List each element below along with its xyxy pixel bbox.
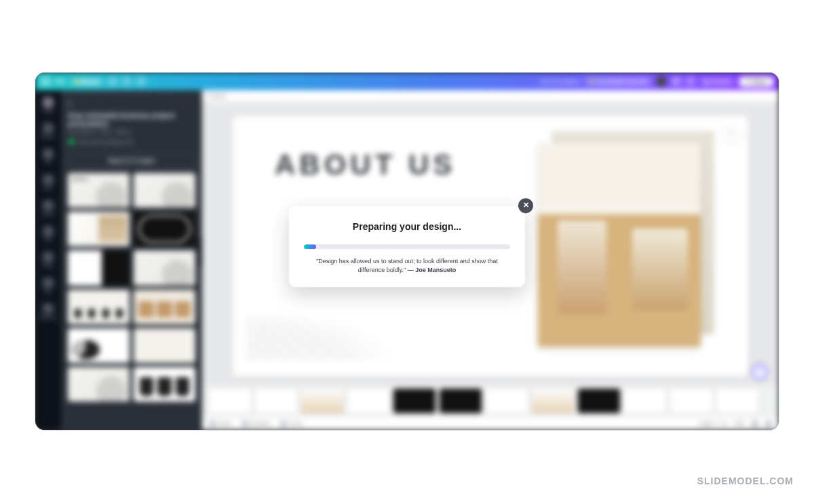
timer-label: Timer <box>289 421 303 427</box>
rail-design[interactable]: Design <box>39 97 57 113</box>
apps-icon <box>43 277 54 288</box>
modal-quote: "Design has allowed us to stand out; to … <box>304 257 510 275</box>
menu-file[interactable]: File <box>55 78 66 85</box>
cloud-sync-icon <box>136 77 146 86</box>
close-button[interactable]: ✕ <box>518 198 533 213</box>
redo-icon[interactable] <box>122 77 132 86</box>
rail-label: Draw <box>44 238 52 242</box>
like-button[interactable]: ♡ <box>722 124 740 142</box>
rail-label: Background <box>39 315 58 319</box>
modal-title: Preparing your design... <box>304 221 510 232</box>
back-arrow-icon[interactable]: ‹ <box>68 97 77 106</box>
grid-view-icon[interactable] <box>752 421 758 427</box>
design-icon <box>43 97 54 108</box>
context-toolbar: Position <box>202 90 779 102</box>
projects-icon <box>43 252 54 263</box>
template-page-thumb[interactable] <box>134 212 195 246</box>
rail-elements[interactable]: Elements <box>39 123 57 139</box>
position-button[interactable]: Position <box>208 93 227 99</box>
template-page-thumb[interactable] <box>68 328 130 363</box>
page-thumb[interactable] <box>624 389 666 413</box>
timer-button[interactable]: Timer <box>280 421 303 427</box>
template-page-thumb[interactable] <box>68 290 130 324</box>
undo-icon[interactable] <box>108 77 117 86</box>
page-thumb[interactable] <box>716 389 758 413</box>
trial-button[interactable]: ♛ Get another free trial <box>585 77 651 86</box>
duration-label: Duration <box>250 421 271 427</box>
rail-label: Design <box>43 109 54 113</box>
quote-attribution: — Joe Mansueto <box>408 267 457 273</box>
rail-text[interactable]: Text <box>39 149 57 165</box>
chart-icon[interactable] <box>686 77 695 86</box>
page-thumb[interactable] <box>209 389 251 413</box>
rail-uploads[interactable]: Uploads <box>39 200 57 216</box>
template-page-thumb[interactable] <box>134 290 195 324</box>
template-page-thumb[interactable] <box>134 328 195 363</box>
zoom-level[interactable]: 38% <box>734 421 745 427</box>
rail-label: Elements <box>41 135 56 139</box>
help-button[interactable]: ? <box>752 364 768 380</box>
rail-label: Brand <box>43 187 52 191</box>
share-icon: ⇪ <box>745 79 750 85</box>
rail-apps[interactable]: Apps <box>39 277 57 294</box>
uploads-icon <box>43 200 54 211</box>
watermark: SLIDEMODEL.COM <box>697 476 794 486</box>
apply-all-pages-button[interactable]: Apply all 14 pages <box>68 153 195 168</box>
page-indicator[interactable]: Page 2 / 14 <box>699 421 727 427</box>
page-thumb[interactable] <box>301 389 343 413</box>
page-thumb[interactable] <box>255 389 297 413</box>
app-frame: File Resize My Presentation ♛ Get anothe… <box>35 73 779 430</box>
tool-rail: Design Elements Text Brand Uploads Draw … <box>35 90 61 430</box>
rail-label: Uploads <box>42 212 54 216</box>
page-thumb[interactable] <box>670 389 712 413</box>
slide-heading[interactable]: ABOUT US <box>275 149 456 181</box>
page-thumb[interactable] <box>486 389 528 413</box>
rail-brand[interactable]: Brand <box>39 174 57 191</box>
page-thumb[interactable] <box>532 389 574 413</box>
template-page-thumb[interactable] <box>134 367 195 402</box>
present-label: Present <box>711 79 730 85</box>
share-button[interactable]: ⇪ Share <box>739 77 773 87</box>
page-thumb[interactable] <box>440 389 482 413</box>
add-collaborator-button[interactable]: + <box>672 77 681 86</box>
background-icon <box>43 303 54 314</box>
page-thumb[interactable] <box>393 389 435 413</box>
template-title: Gray minimalist business project present… <box>68 112 195 128</box>
notes-button[interactable]: Notes <box>209 421 232 427</box>
template-page-thumb[interactable] <box>134 250 195 285</box>
avatar[interactable] <box>656 76 667 87</box>
page-thumb[interactable] <box>578 389 620 413</box>
brand-icon <box>43 174 54 185</box>
rail-background[interactable]: Background <box>39 303 57 319</box>
notes-icon <box>209 421 216 427</box>
template-subtitle: Presentation • 1920 × 1080 px <box>68 130 195 134</box>
crown-icon: ♛ <box>589 78 595 85</box>
document-title[interactable]: My Presentation <box>541 79 580 85</box>
template-author[interactable]: View more by Infinity Form <box>68 138 195 145</box>
resize-button[interactable]: Resize <box>71 77 103 86</box>
rail-label: Projects <box>42 264 54 268</box>
page-filmstrip[interactable] <box>202 385 779 416</box>
progress-bar <box>304 244 510 249</box>
play-icon: ▶ <box>705 79 709 85</box>
template-page-thumb[interactable] <box>134 173 195 208</box>
slide-photo[interactable] <box>538 143 701 347</box>
present-button[interactable]: ▶ Present <box>700 77 735 86</box>
rail-draw[interactable]: Draw <box>39 226 57 242</box>
template-page-thumb[interactable] <box>68 367 130 402</box>
preparing-design-modal: ✕ Preparing your design... "Design has a… <box>289 206 525 287</box>
rail-projects[interactable]: Projects <box>39 252 57 268</box>
close-icon: ✕ <box>523 201 529 210</box>
duration-icon <box>241 421 248 427</box>
app-logo-icon[interactable] <box>41 77 50 86</box>
fullscreen-icon[interactable] <box>765 421 772 427</box>
template-page-thumb[interactable]: PROJECT <box>68 173 130 208</box>
top-bar: File Resize My Presentation ♛ Get anothe… <box>35 73 779 90</box>
rail-label: Text <box>45 161 51 165</box>
template-page-thumb[interactable] <box>68 250 130 285</box>
crown-icon <box>75 79 79 83</box>
page-thumb[interactable] <box>347 389 389 413</box>
template-page-thumb[interactable] <box>68 212 130 246</box>
duration-button[interactable]: Duration <box>241 421 271 427</box>
elements-icon <box>43 123 54 134</box>
